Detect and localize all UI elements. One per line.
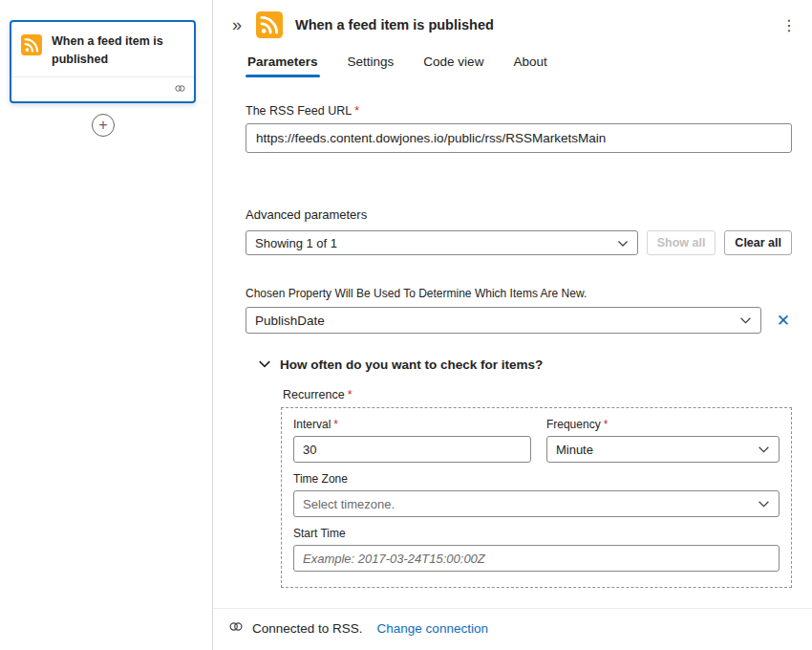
flow-canvas: When a feed item is published + — [0, 0, 212, 650]
link-icon — [228, 620, 244, 636]
rss-feed-url-label: The RSS Feed URL* — [246, 104, 792, 118]
timezone-dropdown[interactable]: Select timezone. — [293, 490, 780, 517]
tab-about[interactable]: About — [511, 54, 548, 77]
tab-settings[interactable]: Settings — [346, 54, 396, 77]
required-asterisk: * — [348, 388, 353, 401]
connection-status-icon — [174, 80, 186, 98]
tab-code-view[interactable]: Code view — [421, 54, 485, 77]
flow-designer: When a feed item is published + — [0, 0, 812, 650]
timezone-label: Time Zone — [293, 472, 780, 486]
timezone-placeholder: Select timezone. — [303, 497, 395, 511]
rss-feed-url-input[interactable] — [246, 123, 792, 153]
interval-label: Interval* — [293, 418, 531, 431]
connected-status-text: Connected to RSS. — [252, 621, 363, 636]
recurrence-expander[interactable]: How often do you want to check for items… — [246, 356, 792, 373]
frequency-dropdown[interactable]: Minute — [546, 436, 780, 463]
chevron-down-icon — [617, 236, 629, 250]
recurrence-section-title: How often do you want to check for items… — [280, 358, 543, 372]
clear-all-button[interactable]: Clear all — [724, 230, 792, 255]
required-asterisk: * — [354, 104, 359, 118]
dismiss-icon: ✕ — [777, 312, 790, 330]
recurrence-box: Interval* Frequency* Minute — [281, 407, 792, 588]
required-asterisk: * — [604, 418, 609, 431]
start-time-input[interactable] — [293, 545, 780, 572]
advanced-parameters-row: Showing 1 of 1 Show all Clear all — [246, 230, 792, 255]
flow-node-main: When a feed item is published — [11, 22, 194, 76]
chosen-property-dropdown[interactable]: PublishDate — [246, 307, 761, 334]
chosen-property-label: Chosen Property Will Be Used To Determin… — [246, 287, 792, 300]
chevron-down-icon — [758, 443, 770, 457]
rss-icon — [21, 34, 42, 55]
collapse-panel-button[interactable]: » — [228, 16, 246, 33]
frequency-label: Frequency* — [546, 418, 780, 431]
tab-list: Parameters Settings Code view About — [213, 54, 812, 77]
plus-icon: + — [98, 118, 107, 133]
add-action-button[interactable]: + — [92, 114, 115, 137]
expander-chevron-icon — [258, 356, 271, 373]
advanced-filter-dropdown[interactable]: Showing 1 of 1 — [246, 230, 638, 255]
chosen-property-value: PublishDate — [255, 314, 325, 328]
interval-field: Interval* — [293, 412, 531, 463]
more-options-button[interactable]: ⋮ — [774, 12, 804, 38]
chevron-double-right-icon: » — [232, 15, 242, 34]
required-asterisk: * — [333, 418, 338, 431]
panel-footer: Connected to RSS. Change connection — [213, 608, 812, 650]
chevron-down-icon — [758, 497, 770, 511]
flow-node-card[interactable]: When a feed item is published — [10, 20, 196, 103]
advanced-filter-value: Showing 1 of 1 — [255, 236, 337, 250]
recurrence-label: Recurrence* — [283, 388, 792, 401]
change-connection-link[interactable]: Change connection — [377, 621, 488, 636]
chevron-down-icon — [739, 314, 752, 328]
show-all-button[interactable]: Show all — [647, 230, 716, 255]
frequency-field: Frequency* Minute — [546, 412, 780, 463]
panel-title: When a feed item is published — [295, 17, 494, 32]
tab-parameters[interactable]: Parameters — [246, 54, 320, 77]
kebab-icon: ⋮ — [781, 17, 797, 33]
interval-input[interactable] — [293, 436, 531, 463]
chosen-property-row: PublishDate ✕ — [246, 307, 792, 334]
trigger-config-panel: » When a feed item is published ⋮ Parame… — [212, 0, 812, 650]
flow-node-title: When a feed item is published — [52, 32, 184, 69]
start-time-label: Start Time — [293, 527, 780, 540]
flow-node-footer — [11, 76, 194, 101]
advanced-parameters-label: Advanced parameters — [246, 207, 792, 222]
frequency-value: Minute — [556, 443, 593, 457]
panel-content: The RSS Feed URL* Advanced parameters Sh… — [213, 77, 812, 608]
panel-rss-icon — [256, 11, 283, 38]
panel-header: » When a feed item is published ⋮ — [213, 0, 812, 38]
dismiss-parameter-button[interactable]: ✕ — [775, 313, 792, 329]
